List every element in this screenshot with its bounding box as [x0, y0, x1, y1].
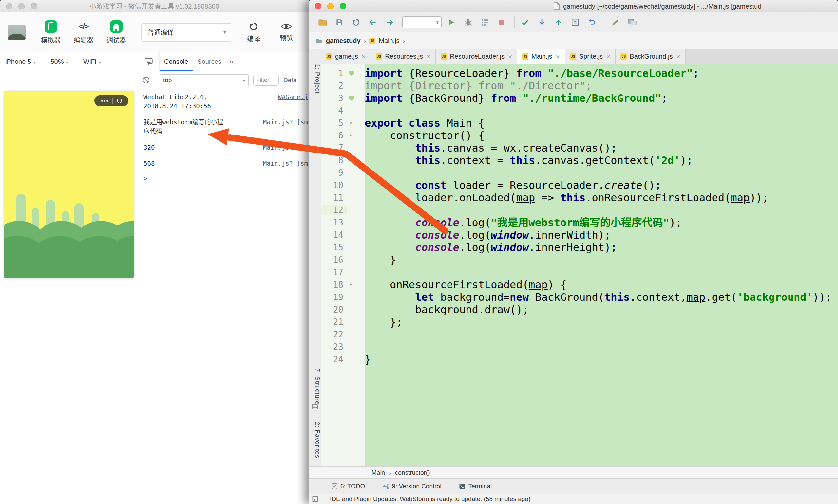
editor-tab-BackGround.js[interactable]: JSBackGround.js× [616, 49, 685, 64]
console-source-link[interactable]: Main.js? [sm [260, 143, 308, 152]
console-prompt[interactable]: > [138, 172, 309, 185]
console-source-link[interactable]: Main.js? [sm [260, 118, 308, 127]
editor-tab-Main.js[interactable]: JSMain.js× [517, 49, 565, 64]
code-line[interactable]: 20 background.draw(); [321, 303, 838, 316]
monitors-icon[interactable] [627, 17, 637, 28]
fold-icon[interactable]: ▾ [349, 282, 352, 288]
code-line[interactable]: 11 loader.onLoaded(map => this.onResourc… [321, 192, 838, 204]
toolwindow-switcher-icon[interactable] [312, 496, 318, 502]
preview-button[interactable]: 预览 [272, 22, 301, 42]
console-filter-input[interactable] [253, 75, 279, 86]
run-config-select[interactable]: ▾ [402, 16, 442, 28]
code-line[interactable]: 21 }; [321, 316, 838, 328]
wechat-capsule-menu[interactable] [95, 95, 129, 106]
code-line[interactable]: 3import {BackGround} from "./runtime/Bac… [321, 92, 838, 104]
code-line[interactable]: 5▾export class Main { [321, 117, 838, 129]
editor-tab-game.js[interactable]: JSgame.js× [321, 49, 371, 64]
code-line[interactable]: 19 let background=new BackGround(this.co… [321, 291, 838, 303]
close-tab-icon[interactable]: × [677, 53, 680, 60]
code-line[interactable]: 13 console.log("我是用webstorm编写的小程序代码"); [321, 216, 838, 229]
console-source-link[interactable]: WAGame.j [275, 92, 308, 102]
save-all-icon[interactable] [334, 17, 345, 28]
editor-tab-ResourceLoader.js[interactable]: JSResourceLoader.js× [436, 49, 517, 64]
code-line[interactable]: 12 [321, 204, 838, 216]
code-line[interactable]: 18▾ onResourceFirstLoaded(map) { [321, 278, 838, 291]
fold-icon[interactable]: ▾ [349, 120, 352, 126]
editor-tab-Sprite.js[interactable]: JSSprite.js× [565, 49, 616, 64]
breadcrumb-file[interactable]: Main.js [379, 37, 399, 44]
zoom-window-button[interactable] [340, 3, 346, 10]
network-select[interactable]: WiFi ▾ [83, 58, 101, 66]
update-project-icon[interactable] [536, 17, 547, 28]
synchronize-icon[interactable] [351, 17, 361, 28]
code-line[interactable]: 24} [321, 353, 838, 365]
editor-tab-Resources.js[interactable]: JSResources.js× [371, 49, 436, 64]
code-line[interactable]: 22 [321, 328, 838, 341]
simulator-button[interactable]: 模拟器 [37, 20, 65, 44]
breadcrumb-class[interactable]: Main [372, 469, 385, 476]
back-icon[interactable] [367, 17, 378, 28]
close-tab-icon[interactable]: × [508, 53, 512, 60]
console-source-link[interactable]: Main.js? [sm [260, 159, 308, 168]
minimize-window-button[interactable] [327, 3, 334, 10]
forward-icon[interactable] [384, 17, 395, 28]
coverage-icon[interactable] [480, 17, 490, 28]
code-line[interactable]: 14 console.log(window.innerWidth); [321, 229, 838, 241]
log-levels-select[interactable]: Defa [284, 76, 296, 84]
code-line[interactable]: 17 [321, 266, 838, 278]
push-icon[interactable] [553, 17, 564, 28]
code-line[interactable]: 7 this.canvas = wx.createCanvas(); [321, 142, 838, 154]
code-line[interactable]: 2import {Director} from "./Director"; [321, 79, 838, 92]
more-tabs-button[interactable]: » [226, 52, 237, 71]
code-line[interactable]: 1import {ResourceLoader} from "./base/Re… [321, 67, 838, 79]
debug-icon[interactable] [463, 17, 473, 28]
exit-circle-icon[interactable] [117, 98, 122, 104]
run-icon[interactable] [446, 17, 457, 28]
close-tab-icon[interactable]: × [362, 53, 365, 60]
rollback-icon[interactable] [587, 17, 597, 28]
code-line[interactable]: 15 console.log(window.innerHeight); [321, 241, 838, 254]
toolwindow-project-button[interactable]: 1: Project [309, 64, 321, 94]
terminal-toolwindow-button[interactable]: Terminal [459, 483, 492, 490]
console-context-select[interactable]: top ▾ [159, 74, 249, 86]
clear-console-button[interactable] [142, 76, 150, 84]
compare-icon[interactable] [570, 17, 581, 28]
toolwindow-favorites-button[interactable]: 2: Favorites [309, 422, 321, 458]
code-line[interactable]: 4 [321, 104, 838, 117]
code-editor[interactable]: 1import {ResourceLoader} from "./base/Re… [321, 64, 838, 466]
editor-button[interactable]: </> 编辑器 [69, 20, 98, 44]
device-select[interactable]: iPhone 5 ▾ [5, 58, 36, 66]
code-line[interactable]: 6▾ constructor() { [321, 129, 838, 142]
code-line[interactable]: 16 } [321, 254, 838, 266]
close-tab-icon[interactable]: × [606, 53, 610, 60]
compile-mode-select[interactable]: 普通编译 ▾ [141, 23, 232, 41]
code-line[interactable]: 9 [321, 166, 838, 179]
stop-icon[interactable] [496, 17, 507, 28]
inspect-element-button[interactable] [138, 52, 159, 71]
compile-button[interactable]: 编译 [239, 22, 268, 43]
game-simulator[interactable] [4, 91, 134, 278]
zoom-select[interactable]: 50% ▾ [51, 58, 68, 66]
tab-console[interactable]: Console [159, 52, 193, 71]
avatar[interactable] [8, 24, 25, 40]
tab-label: ResourceLoader.js [450, 53, 504, 60]
code-line[interactable]: 10 const loader = ResourceLoader.create(… [321, 179, 838, 192]
status-message[interactable]: IDE and Plugin Updates: WebStorm is read… [330, 496, 530, 503]
breadcrumb-method[interactable]: constructor() [395, 469, 430, 476]
open-folder-icon[interactable] [318, 17, 328, 28]
version-control-toolwindow-button[interactable]: 9: Version Control [383, 483, 441, 490]
breadcrumb-project[interactable]: gamestudy [326, 37, 361, 44]
toolwindow-structure-button[interactable]: 7: Structure [309, 368, 321, 404]
debugger-button[interactable]: 调试器 [102, 20, 131, 44]
close-window-button[interactable] [315, 3, 321, 10]
edit-tool-icon[interactable] [610, 17, 621, 28]
fold-icon[interactable]: ▾ [349, 132, 352, 139]
close-tab-icon[interactable]: × [556, 53, 560, 60]
todo-toolwindow-button[interactable]: 6: TODO [331, 483, 365, 490]
close-tab-icon[interactable]: × [427, 53, 430, 60]
code-line[interactable]: 8 this.context = this.canvas.getContext(… [321, 154, 838, 166]
tab-sources[interactable]: Sources [193, 52, 226, 71]
commit-check-icon[interactable] [520, 17, 530, 28]
code-line[interactable]: 23 [321, 341, 838, 353]
more-menu-icon[interactable] [101, 100, 103, 102]
